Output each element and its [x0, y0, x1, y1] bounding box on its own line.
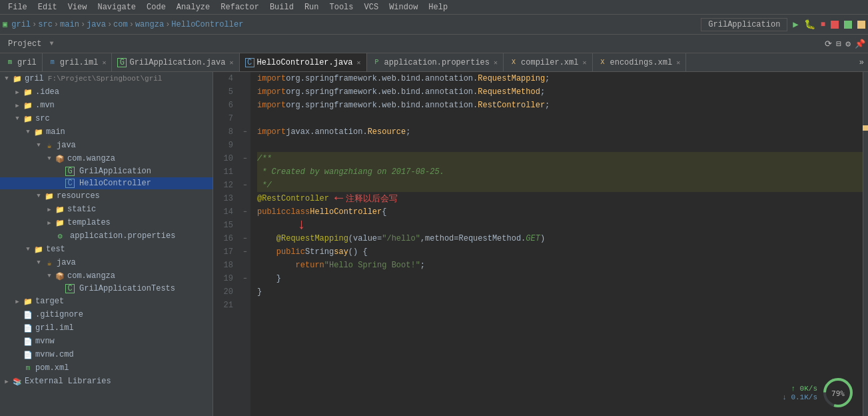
menu-run[interactable]: Run — [299, 1, 324, 13]
tree-item-test-java[interactable]: ▼ ☕ java — [0, 256, 213, 269]
ln-9: 9 — [213, 139, 236, 152]
tab-close-griml[interactable]: ✕ — [102, 59, 106, 67]
fold-marker-8[interactable]: − — [240, 125, 250, 139]
tree-item-griml[interactable]: ▶ 📄 gril.iml — [0, 321, 213, 335]
breadcrumb-com[interactable]: com — [113, 20, 128, 29]
tree-item-package[interactable]: ▼ 📦 com.wangza — [0, 152, 213, 165]
tree-item-appprops[interactable]: ▶ ⚙ application.properties — [0, 229, 213, 243]
ln-10: 10 — [213, 152, 236, 165]
code-line-12: */ — [257, 179, 863, 192]
fold-marker-19[interactable]: − — [240, 272, 250, 285]
tab-close-encodingsxml[interactable]: ✕ — [676, 59, 680, 67]
tree-label-gitignore: .gitignore — [35, 310, 83, 319]
fold-marker-17[interactable]: − — [240, 245, 250, 259]
menu-build[interactable]: Build — [264, 1, 299, 13]
tab-gril[interactable]: m gril — [0, 53, 43, 71]
pin-icon[interactable]: 📌 — [855, 39, 865, 49]
fold-marker-12[interactable]: − — [240, 179, 250, 192]
tree-item-mvn[interactable]: ▶ 📁 .mvn — [0, 99, 213, 112]
tree-item-hellocontroller[interactable]: ▶ C HelloController — [0, 177, 213, 189]
editor-content[interactable]: 4 5 6 7 8 9 10 11 12 13 14 15 16 17 18 1… — [213, 72, 868, 416]
tab-label-griml: gril.iml — [60, 58, 99, 67]
tabs-bar: m gril m gril.iml ✕ G GrilApplication.ja… — [0, 53, 868, 72]
fold-marker-14[interactable]: − — [240, 205, 250, 219]
menu-window[interactable]: Window — [384, 1, 423, 13]
tree-item-idea[interactable]: ▶ 📁 .idea — [0, 85, 213, 99]
code-line-13: @RestController ← 注释以后会写 — [257, 192, 863, 205]
breadcrumb-src[interactable]: src — [38, 20, 53, 29]
tab-close-appprops[interactable]: ✕ — [494, 59, 498, 67]
tree-item-mvnw[interactable]: ▶ 📄 mvnw — [0, 335, 213, 348]
menu-refactor[interactable]: Refactor — [215, 1, 264, 13]
network-circle-chart: 79% — [821, 376, 855, 409]
menu-edit[interactable]: Edit — [33, 1, 63, 13]
upload-speed: ↑ 0K/s — [791, 385, 817, 393]
ln-17: 17 — [213, 245, 236, 259]
down-arrow-annotation: ↓ — [297, 219, 306, 232]
tree-item-test-package[interactable]: ▼ 📦 com.wangza — [0, 269, 213, 283]
network-widget: ↑ 0K/s ↓ 0.1K/s 79% — [782, 376, 855, 409]
tree-item-templates[interactable]: ▶ 📁 templates — [0, 216, 213, 229]
tree-item-main[interactable]: ▼ 📁 main — [0, 125, 213, 139]
ln-8: 8 — [213, 125, 236, 139]
menu-code[interactable]: Code — [141, 1, 171, 13]
menu-analyze[interactable]: Analyze — [171, 1, 215, 13]
tab-close-hellocontroller[interactable]: ✕ — [357, 59, 361, 67]
folder-icon-src: 📁 — [23, 113, 33, 124]
tree-item-extlibs[interactable]: ▶ 📚 External Libraries — [0, 375, 213, 388]
menu-navigate[interactable]: Navigate — [92, 1, 141, 13]
breadcrumb-java[interactable]: java — [87, 20, 106, 29]
tree-arrow-templates: ▶ — [44, 219, 55, 227]
gutter-7 — [240, 112, 250, 125]
breadcrumb-main[interactable]: main — [60, 20, 79, 29]
code-area[interactable]: import org.springframework.web.bind.anno… — [250, 72, 863, 416]
tab-hellocontroller[interactable]: C HelloController.java ✕ — [240, 53, 367, 71]
breadcrumb-wangza[interactable]: wangza — [135, 20, 164, 29]
tree-item-resources[interactable]: ▼ 📁 resources — [0, 189, 213, 203]
tree-item-static[interactable]: ▶ 📁 static — [0, 203, 213, 216]
app-run-config[interactable]: GrilApplication — [701, 18, 787, 31]
menu-view[interactable]: View — [63, 1, 93, 13]
tree-item-grilapplication[interactable]: ▶ G GrilApplication — [0, 165, 213, 177]
fold-marker-10[interactable]: − — [240, 152, 250, 165]
tree-item-target[interactable]: ▶ 📁 target — [0, 295, 213, 308]
tree-item-gitignore[interactable]: ▶ 📄 .gitignore — [0, 308, 213, 321]
tab-close-compilerxml[interactable]: ✕ — [582, 59, 586, 67]
tab-overflow[interactable]: » — [855, 53, 868, 71]
tab-grilapplication[interactable]: G GrilApplication.java ✕ — [112, 53, 239, 71]
tree-item-grilapplicationtests[interactable]: ▶ C GrilApplicationTests — [0, 283, 213, 295]
tree-arrow-main: ▼ — [23, 129, 33, 135]
sync-icon[interactable]: ⟳ — [825, 39, 832, 49]
menu-tools[interactable]: Tools — [324, 1, 359, 13]
tree-item-src[interactable]: ▼ 📁 src — [0, 112, 213, 125]
settings-icon[interactable]: ⚙ — [845, 39, 851, 49]
menu-file[interactable]: File — [3, 1, 33, 13]
tree-item-pomxml[interactable]: ▶ m pom.xml — [0, 361, 213, 375]
fold-marker-16[interactable]: − — [240, 232, 250, 245]
tree-item-test[interactable]: ▼ 📁 test — [0, 243, 213, 256]
breadcrumb-hellocontroller[interactable]: HelloController — [171, 20, 243, 29]
tree-item-java[interactable]: ▼ ☕ java — [0, 139, 213, 152]
tree-item-mvnwcmd[interactable]: ▶ 📄 mvnw.cmd — [0, 348, 213, 361]
tree-item-gril-root[interactable]: ▼ 📁 gril F:\Project\Springboot\gril — [0, 72, 213, 85]
tab-close-grilapplication[interactable]: ✕ — [229, 59, 233, 67]
breadcrumb-gril[interactable]: gril — [11, 20, 31, 29]
git-file-icon: 📄 — [23, 309, 33, 320]
tab-label-compilerxml: compiler.xml — [521, 58, 578, 67]
run-button[interactable]: ▶ — [793, 19, 798, 30]
tab-encodings-xml[interactable]: X encodings.xml ✕ — [593, 53, 687, 71]
tab-icon-encodingsxml: X — [598, 58, 608, 67]
menu-vcs[interactable]: VCS — [359, 1, 384, 13]
folder-icon-main: 📁 — [33, 127, 44, 137]
tab-icon-grilapplication: G — [117, 58, 127, 67]
menu-help[interactable]: Help — [423, 1, 453, 13]
tab-appprops[interactable]: P application.properties ✕ — [367, 53, 504, 71]
project-dropdown-arrow[interactable]: ▼ — [49, 40, 53, 47]
tree-arrow-target: ▶ — [12, 298, 23, 305]
stop-button[interactable]: ■ — [821, 20, 825, 29]
tab-gril-iml[interactable]: m gril.iml ✕ — [43, 53, 113, 71]
tab-compiler-xml[interactable]: X compiler.xml ✕ — [504, 53, 592, 71]
tree-label-static: static — [67, 205, 96, 214]
debug-button[interactable]: 🐛 — [804, 19, 815, 30]
collapse-icon[interactable]: ⊟ — [836, 39, 841, 49]
